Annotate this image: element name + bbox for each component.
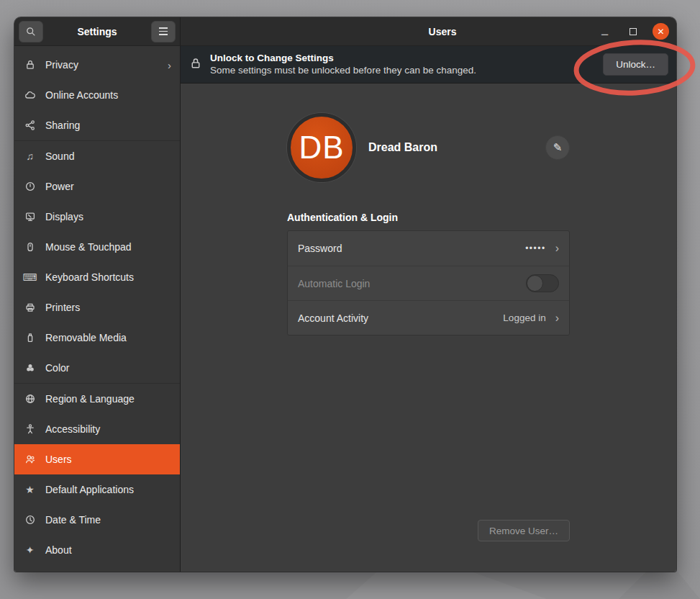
sidebar-item-keyboard-shortcuts[interactable]: ⌨ Keyboard Shortcuts <box>14 262 180 292</box>
auth-list: Password ••••• › Automatic Login Account… <box>287 230 570 335</box>
sparkle-icon: ✦ <box>24 544 36 557</box>
unlock-banner: Unlock to Change Settings Some settings … <box>181 46 676 84</box>
section-heading: Authentication & Login <box>287 212 570 223</box>
sidebar-item-printers[interactable]: Printers <box>14 292 180 323</box>
sidebar-item-about[interactable]: ✦ About <box>14 535 180 565</box>
password-row[interactable]: Password ••••• › <box>288 231 569 266</box>
row-label: Password <box>298 243 525 254</box>
sidebar-item-sharing[interactable]: Sharing <box>14 110 180 140</box>
mouse-icon <box>24 241 36 253</box>
sidebar-item-mouse-touchpad[interactable]: Mouse & Touchpad <box>14 232 180 262</box>
account-activity-row[interactable]: Account Activity Logged in › <box>288 300 569 335</box>
sidebar-item-label: Privacy <box>45 59 168 71</box>
star-icon: ★ <box>24 484 36 496</box>
account-activity-value: Logged in <box>503 312 545 323</box>
sidebar-item-users[interactable]: Users <box>14 444 180 474</box>
sidebar-item-label: Sharing <box>45 120 171 131</box>
sidebar-item-label: Displays <box>45 211 171 222</box>
clock-icon <box>24 514 36 526</box>
keyboard-icon: ⌨ <box>24 271 36 284</box>
sidebar-item-default-applications[interactable]: ★ Default Applications <box>14 474 180 505</box>
printer-icon <box>24 302 36 314</box>
sidebar-item-privacy[interactable]: Privacy › <box>14 50 180 80</box>
desktop-background: Settings Privacy › Online Accounts <box>0 0 700 599</box>
settings-window: Settings Privacy › Online Accounts <box>14 17 676 572</box>
banner-subtitle: Some settings must be unlocked before th… <box>210 65 476 77</box>
sidebar-item-region-language[interactable]: Region & Language <box>14 384 180 414</box>
sidebar-item-label: Removable Media <box>45 332 171 343</box>
sidebar-item-sound[interactable]: ♫ Sound <box>14 141 180 171</box>
accessibility-icon <box>24 423 36 436</box>
sidebar-item-power[interactable]: Power <box>14 171 180 202</box>
minimize-button[interactable]: ─ <box>596 23 613 40</box>
sidebar-list: Privacy › Online Accounts Sharing ♫ <box>14 46 180 572</box>
password-dots: ••••• <box>525 243 546 253</box>
chevron-right-icon: › <box>555 312 559 325</box>
pencil-icon: ✎ <box>553 141 563 154</box>
hamburger-icon <box>159 27 168 35</box>
sidebar-item-label: Sound <box>45 150 171 162</box>
main-headerbar: Users ─ ✕ <box>181 17 676 46</box>
sidebar-item-label: Default Applications <box>45 484 171 495</box>
sidebar-item-online-accounts[interactable]: Online Accounts <box>14 80 180 110</box>
sidebar-item-label: Power <box>45 181 171 192</box>
banner-text: Unlock to Change Settings Some settings … <box>210 53 476 77</box>
sidebar-item-date-time[interactable]: Date & Time <box>14 505 180 535</box>
remove-user-button[interactable]: Remove User… <box>478 520 570 541</box>
edit-name-button[interactable]: ✎ <box>545 135 570 160</box>
color-icon <box>24 362 36 374</box>
sidebar-item-color[interactable]: Color <box>14 353 180 383</box>
maximize-icon <box>629 28 637 35</box>
display-icon <box>24 211 36 223</box>
power-icon <box>24 181 36 193</box>
row-label: Account Activity <box>298 312 503 324</box>
close-button[interactable]: ✕ <box>653 23 669 40</box>
banner-title: Unlock to Change Settings <box>210 53 476 65</box>
search-button[interactable] <box>19 21 43 42</box>
usb-icon <box>24 332 36 344</box>
chevron-right-icon: › <box>168 59 171 71</box>
sidebar-item-label: Date & Time <box>45 514 171 526</box>
sidebar-item-label: Accessibility <box>45 423 171 435</box>
chevron-right-icon: › <box>555 242 559 255</box>
toggle-knob <box>527 275 543 292</box>
users-icon <box>24 454 36 466</box>
sidebar: Settings Privacy › Online Accounts <box>14 17 180 572</box>
lock-icon <box>189 57 202 73</box>
sidebar-item-label: About <box>45 544 171 556</box>
lock-icon <box>24 59 36 71</box>
share-icon <box>24 120 36 132</box>
sidebar-item-label: Color <box>45 362 171 374</box>
sidebar-item-label: Keyboard Shortcuts <box>45 271 171 283</box>
music-note-icon: ♫ <box>24 150 36 163</box>
maximize-button[interactable] <box>624 23 641 40</box>
user-header: DB Dread Baron ✎ <box>287 84 570 182</box>
user-full-name: Dread Baron <box>368 141 437 154</box>
sidebar-item-label: Online Accounts <box>45 89 171 101</box>
sidebar-item-removable-media[interactable]: Removable Media <box>14 323 180 353</box>
sidebar-item-label: Printers <box>45 302 171 313</box>
globe-icon <box>24 393 36 405</box>
row-label: Automatic Login <box>298 278 526 289</box>
cloud-icon <box>24 89 36 102</box>
automatic-login-row: Automatic Login <box>288 266 569 300</box>
search-icon <box>25 26 37 37</box>
users-content: DB Dread Baron ✎ Authentication & Login … <box>181 84 676 572</box>
sidebar-item-displays[interactable]: Displays <box>14 202 180 232</box>
avatar[interactable]: DB <box>287 113 356 182</box>
main-panel: Users ─ ✕ Unlock to Change Settings Some… <box>180 17 676 572</box>
sidebar-headerbar: Settings <box>14 17 180 46</box>
content-column: DB Dread Baron ✎ Authentication & Login … <box>287 84 570 572</box>
primary-menu-button[interactable] <box>151 21 176 42</box>
sidebar-item-label: Region & Language <box>45 393 171 405</box>
sidebar-item-label: Users <box>45 454 171 465</box>
sidebar-title: Settings <box>43 26 151 37</box>
automatic-login-toggle[interactable] <box>526 274 559 292</box>
unlock-button[interactable]: Unlock… <box>603 53 668 76</box>
sidebar-item-label: Mouse & Touchpad <box>45 241 171 253</box>
sidebar-item-accessibility[interactable]: Accessibility <box>14 414 180 444</box>
window-controls: ─ ✕ <box>596 23 669 40</box>
